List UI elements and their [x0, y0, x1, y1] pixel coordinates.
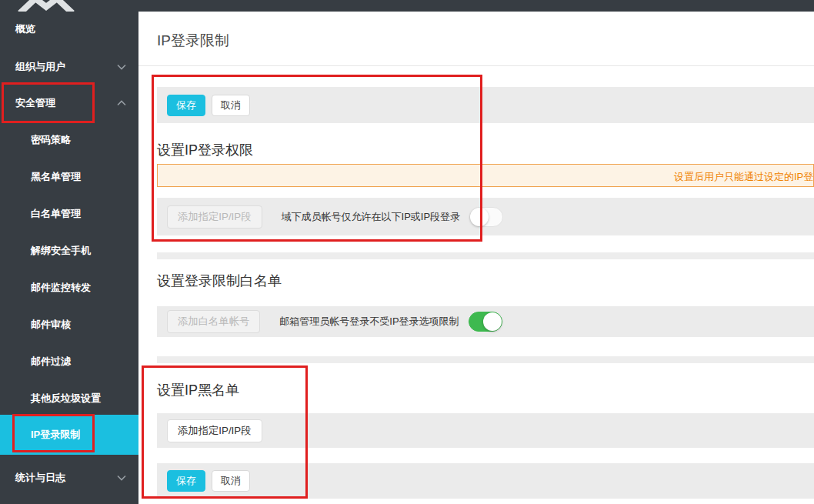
chevron-up-icon	[117, 100, 126, 106]
toggle-knob	[483, 312, 502, 331]
sidebar-item-label: 黑名单管理	[31, 170, 81, 184]
save-button-bottom[interactable]: 保存	[167, 470, 205, 492]
chevron-down-icon	[117, 475, 126, 481]
notice-bar: 设置后用户只能通过设定的IP登录	[157, 164, 814, 187]
divider	[138, 65, 814, 66]
top-bar	[138, 0, 814, 12]
sidebar-item-unbind-phone[interactable]: 解绑安全手机	[0, 240, 138, 262]
section-separator	[157, 252, 814, 259]
section-heading-blacklist: 设置IP黑名单	[157, 381, 239, 399]
sidebar-item-org-users[interactable]: 组织与用户	[0, 56, 138, 78]
sidebar-item-label: 概览	[15, 22, 35, 36]
sidebar-item-label: 其他反垃圾设置	[31, 392, 101, 406]
sidebar-item-mail-monitor-forward[interactable]: 邮件监控转发	[0, 277, 138, 299]
whitelist-toggle-label: 邮箱管理员帐号登录不受IP登录选项限制	[279, 315, 459, 329]
cancel-button-bottom[interactable]: 取消	[212, 470, 250, 492]
sidebar-item-other-antispam[interactable]: 其他反垃圾设置	[0, 388, 138, 409]
sidebar-item-label: 密码策略	[31, 133, 71, 147]
sidebar-item-mail-filter[interactable]: 邮件过滤	[0, 351, 138, 372]
app-logo-partial	[17, 0, 75, 12]
add-ip-range-button-disabled: 添加指定IP/IP段	[167, 205, 262, 229]
page-title: IP登录限制	[157, 31, 229, 51]
section-separator	[157, 356, 814, 363]
save-button-top[interactable]: 保存	[167, 95, 205, 116]
sidebar-item-label: 邮件审核	[31, 318, 71, 332]
sidebar-item-label: 安全管理	[15, 96, 55, 110]
sidebar-item-ip-login-restriction[interactable]: IP登录限制	[0, 415, 138, 455]
cancel-button-top[interactable]: 取消	[212, 95, 250, 116]
sidebar-item-mail-audit[interactable]: 邮件审核	[0, 314, 138, 335]
section-heading-whitelist: 设置登录限制白名单	[157, 272, 282, 290]
sidebar-item-stats-logs[interactable]: 统计与日志	[0, 467, 138, 489]
logo-icon	[17, 0, 75, 12]
whitelist-row: 添加白名单帐号 邮箱管理员帐号登录不受IP登录选项限制	[157, 306, 814, 337]
sidebar: 概览 组织与用户 安全管理 密码策略 黑名单管理 白名单管理 解绑安全手机 邮件…	[0, 0, 138, 504]
blacklist-add-row: 添加指定IP/IP段	[157, 413, 814, 448]
ip-permission-row: 添加指定IP/IP段 域下成员帐号仅允许在以下IP或IP段登录	[157, 198, 814, 235]
sidebar-item-blacklist-mgmt[interactable]: 黑名单管理	[0, 166, 138, 188]
sidebar-item-label: 组织与用户	[15, 60, 65, 74]
chevron-down-icon	[117, 64, 126, 70]
sidebar-item-password-policy[interactable]: 密码策略	[0, 129, 138, 151]
sidebar-item-label: 统计与日志	[15, 471, 65, 485]
sidebar-item-label: 邮件监控转发	[31, 281, 91, 295]
sidebar-item-whitelist-mgmt[interactable]: 白名单管理	[0, 203, 138, 225]
add-whitelist-account-button-disabled: 添加白名单帐号	[167, 310, 260, 333]
notice-text: 设置后用户只能通过设定的IP登录	[674, 170, 814, 184]
sidebar-item-overview[interactable]: 概览	[0, 18, 138, 40]
sidebar-item-label: 邮件过滤	[31, 355, 71, 369]
sidebar-item-security[interactable]: 安全管理	[0, 92, 138, 114]
sidebar-item-label: 解绑安全手机	[31, 244, 91, 258]
ip-permission-toggle-label: 域下成员帐号仅允许在以下IP或IP段登录	[282, 210, 461, 224]
add-blacklist-ip-range-button[interactable]: 添加指定IP/IP段	[167, 419, 262, 442]
top-toolbar: 保存 取消	[157, 87, 814, 123]
sidebar-item-label: 白名单管理	[31, 207, 81, 221]
sidebar-item-label: IP登录限制	[31, 428, 80, 442]
member-ip-restriction-toggle[interactable]	[469, 207, 503, 227]
admin-exempt-toggle[interactable]	[469, 312, 502, 332]
section-heading-ip-permission: 设置IP登录权限	[157, 141, 253, 159]
toggle-knob	[470, 208, 489, 226]
blacklist-toolbar: 保存 取消	[157, 463, 814, 499]
